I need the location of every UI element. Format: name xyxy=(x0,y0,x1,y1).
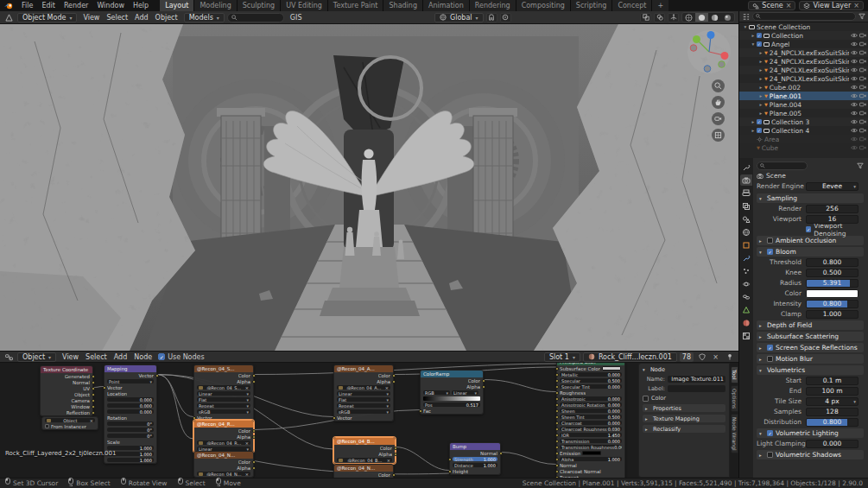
node-row[interactable]: Metallic0.000 xyxy=(557,371,624,377)
input-socket[interactable] xyxy=(193,416,196,420)
disable-render-icon[interactable] xyxy=(859,111,866,116)
outliner-row-angel[interactable]: ▾✓Angel xyxy=(739,40,868,48)
section-depth-of-field[interactable]: ▸Depth of Field xyxy=(757,320,864,330)
properties-tab-data[interactable] xyxy=(740,304,752,315)
use-nodes-checkbox[interactable]: ✓ xyxy=(158,353,165,360)
gis-menu[interactable]: GIS xyxy=(287,14,306,22)
blender-logo-icon[interactable] xyxy=(0,0,17,11)
node-row[interactable]: Repeat▾ xyxy=(334,402,393,409)
section-checkbox[interactable] xyxy=(767,452,773,458)
properties-tab-particles[interactable] xyxy=(740,265,752,276)
disable-render-icon[interactable] xyxy=(859,119,866,124)
properties-search-input[interactable] xyxy=(757,162,808,170)
node-texture-coordinate-settings[interactable]: Object×From Instancer xyxy=(41,416,98,430)
output-socket[interactable] xyxy=(482,385,485,389)
prop-value-field[interactable]: 1.000 xyxy=(806,310,858,319)
material-selector[interactable]: Rock_Cliff...leczn.001 xyxy=(583,352,677,362)
properties-tab-output[interactable] xyxy=(740,187,752,199)
node-image-texture-s[interactable]: @Recon_04_S...ColorAlpha@Recon_04_S...×L… xyxy=(193,364,254,421)
node-label-field[interactable] xyxy=(668,385,725,392)
outliner-search-input[interactable] xyxy=(752,12,856,21)
node-row[interactable]: Anisotropic Rotation0.000 xyxy=(557,402,624,408)
section-checkbox[interactable]: ✓ xyxy=(767,345,773,351)
output-socket[interactable] xyxy=(252,374,256,377)
xray-toggle-icon[interactable] xyxy=(640,13,651,22)
input-socket[interactable] xyxy=(555,464,559,467)
snap-magnet-icon[interactable] xyxy=(486,13,497,22)
workspace-tab-modeling[interactable]: Modeling xyxy=(194,0,237,11)
hide-eye-icon[interactable] xyxy=(851,41,858,47)
proportional-editing-icon[interactable] xyxy=(500,13,511,22)
output-socket[interactable] xyxy=(92,381,95,384)
expand-arrow-icon[interactable]: ▸ xyxy=(750,128,757,133)
menu-window[interactable]: Window xyxy=(92,0,129,11)
sidebar-section-reclassify[interactable]: ▸Reclassify xyxy=(643,425,725,433)
view-layer-selector[interactable]: View Layer × xyxy=(799,1,864,10)
input-socket[interactable] xyxy=(555,385,559,389)
disable-render-icon[interactable] xyxy=(859,50,866,55)
expand-arrow-icon[interactable]: ▸ xyxy=(757,59,764,64)
node-row[interactable]: 0.000 xyxy=(105,409,156,415)
transform-orientation-dropdown[interactable]: Global▾ xyxy=(434,13,484,22)
output-socket[interactable] xyxy=(252,460,256,464)
input-socket[interactable] xyxy=(555,373,559,377)
node-row[interactable]: Strength1.000 xyxy=(450,456,500,462)
expand-arrow-icon[interactable]: ▾ xyxy=(742,24,749,29)
disable-render-icon[interactable] xyxy=(859,41,866,47)
section-checkbox[interactable] xyxy=(767,238,773,244)
outliner-row-scene-collection[interactable]: ▾Scene Collection xyxy=(739,22,868,31)
color-swatch[interactable] xyxy=(582,451,601,455)
output-socket[interactable] xyxy=(92,399,95,402)
workspace-tab-sculpting[interactable]: Sculpting xyxy=(238,0,281,11)
node-row[interactable]: RGB▾Linear▾ xyxy=(421,390,483,396)
outliner-row-cube-002[interactable]: ▸▼Cube.002 xyxy=(739,83,868,92)
node-row[interactable]: IOR1.450 xyxy=(557,432,624,438)
node-row[interactable]: sRGB▾ xyxy=(194,409,253,415)
output-socket[interactable] xyxy=(92,405,95,409)
disable-render-icon[interactable] xyxy=(859,128,866,133)
outliner-row-cube[interactable]: ▼Cube xyxy=(739,143,868,152)
node-row[interactable]: 0° xyxy=(105,433,156,439)
output-socket[interactable] xyxy=(252,435,256,439)
output-socket[interactable] xyxy=(392,380,396,383)
editor-type-shader-icon[interactable] xyxy=(3,352,15,362)
outliner-row-24-npclxlexexosuitskinmic[interactable]: ▸▼24_NPCLXLexExoSuitSkinMIC xyxy=(739,74,868,83)
hide-eye-icon[interactable] xyxy=(851,59,858,64)
outliner-row-plane-004[interactable]: ▸▼Plane.004 xyxy=(739,100,868,109)
viewport-3d[interactable] xyxy=(0,24,738,351)
menu-file[interactable]: File xyxy=(17,0,37,11)
section-checkbox[interactable]: ✓ xyxy=(767,430,773,436)
node-row[interactable]: 0° xyxy=(105,421,156,427)
output-socket[interactable] xyxy=(394,453,397,456)
section-volumetric-lighting[interactable]: ▾✓Volumetric Lighting xyxy=(757,428,864,438)
node-title[interactable]: Texture Coordinate xyxy=(41,366,92,373)
output-socket[interactable] xyxy=(155,374,159,377)
node-section-header[interactable]: ▾Node xyxy=(643,366,725,373)
expand-arrow-icon[interactable]: ▾ xyxy=(750,41,757,47)
node-title[interactable]: ColorRamp xyxy=(421,371,483,377)
node-image-texture-a[interactable]: @Recon_04_A...ColorAlpha@Recon_04_A...×L… xyxy=(333,364,394,421)
node-title[interactable]: Bump xyxy=(450,443,500,450)
prop-value-field[interactable]: 0.800 xyxy=(806,300,858,308)
input-socket[interactable] xyxy=(419,409,422,413)
expand-arrow-icon[interactable]: ▸ xyxy=(757,85,764,90)
input-socket[interactable] xyxy=(103,386,106,390)
prop-value-field[interactable]: 5.391 xyxy=(806,279,858,288)
node-row[interactable]: Clearcoat0.000 xyxy=(557,420,624,426)
properties-tab-tool[interactable] xyxy=(740,162,752,173)
node-title[interactable]: @Recon_04_R... xyxy=(194,421,253,428)
shading-rendered-button[interactable] xyxy=(721,13,734,22)
input-socket[interactable] xyxy=(555,367,559,371)
color-swatch[interactable] xyxy=(602,366,621,371)
input-socket[interactable] xyxy=(555,379,559,383)
outliner-row-plane-005[interactable]: ▸▼Plane.005 xyxy=(739,109,868,117)
output-socket[interactable] xyxy=(252,429,256,433)
editor-type-outliner-icon[interactable] xyxy=(742,13,750,21)
output-socket[interactable] xyxy=(92,375,95,378)
properties-tab-view-layer[interactable] xyxy=(740,200,752,212)
node-row[interactable]: Transmission Roughness0.000 xyxy=(557,444,624,450)
hide-eye-icon[interactable] xyxy=(851,136,858,142)
disable-render-icon[interactable] xyxy=(859,85,866,90)
node-row[interactable]: Object× xyxy=(42,417,98,423)
models-dropdown[interactable]: Models▾ xyxy=(184,13,225,22)
